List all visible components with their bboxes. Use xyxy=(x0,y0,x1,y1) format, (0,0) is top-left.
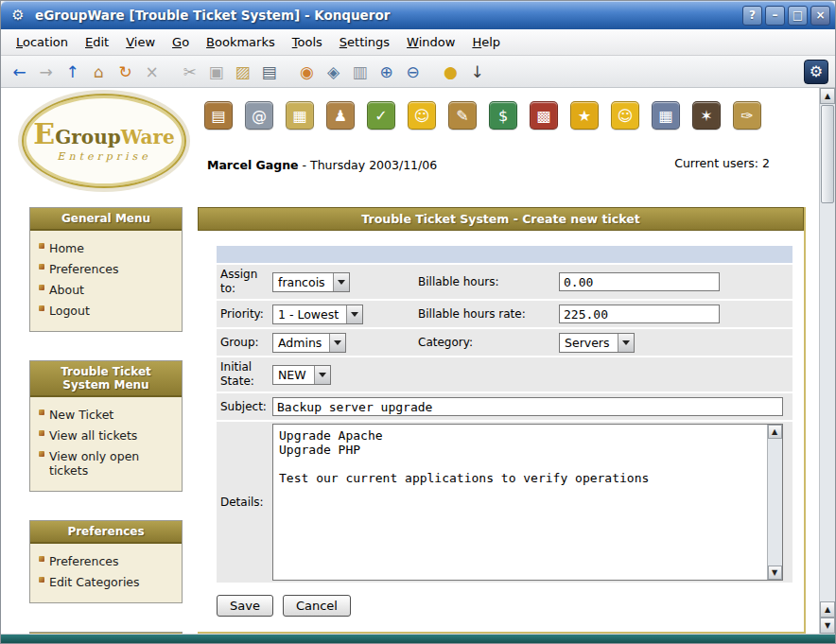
user-name: Marcel Gagne xyxy=(207,158,299,172)
scroll-down-icon[interactable]: ▼ xyxy=(768,566,782,580)
scrollbar-thumb[interactable] xyxy=(821,105,834,203)
smiley-icon[interactable]: ☺ xyxy=(408,101,436,130)
email-icon[interactable]: @ xyxy=(245,101,273,130)
menu-tools[interactable]: Tools xyxy=(285,31,330,53)
security-lock-icon[interactable]: ● xyxy=(439,60,462,83)
kde-gear-icon[interactable]: ⚙ xyxy=(804,60,828,84)
scroll-up-icon[interactable]: ▲ xyxy=(820,601,835,618)
sidebar-item-preferences-2[interactable]: Preferences xyxy=(39,550,173,571)
scroll-up-icon[interactable]: ▲ xyxy=(820,88,835,104)
administration-menu-title: Administration xyxy=(30,633,182,634)
assign-to-label: Assign to: xyxy=(217,265,268,299)
happy-face-icon[interactable]: ☺ xyxy=(611,101,639,130)
menu-help[interactable]: Help xyxy=(464,31,508,53)
sign-icon[interactable]: ✑ xyxy=(733,101,761,130)
scroll-down-icon[interactable]: ▼ xyxy=(820,618,835,634)
titlebar[interactable]: ⚙ eGroupWare [Trouble Ticket System] - K… xyxy=(1,1,835,29)
sidebar-item-preferences[interactable]: Preferences xyxy=(39,258,173,279)
calendar-icon[interactable]: ▦ xyxy=(286,101,314,130)
zoom-out-icon[interactable]: ⊖ xyxy=(401,60,425,83)
priority-value: 1 - Lowest xyxy=(273,305,346,323)
dropdown-button[interactable] xyxy=(333,273,349,291)
paste-icon[interactable]: ▨ xyxy=(231,60,254,83)
menu-edit[interactable]: Edit xyxy=(78,31,116,53)
stop-icon[interactable]: × xyxy=(140,60,164,83)
cancel-button[interactable]: Cancel xyxy=(283,595,351,617)
dropdown-button[interactable] xyxy=(314,366,330,384)
menu-location[interactable]: Location xyxy=(9,31,76,53)
contacts-icon[interactable]: ♟ xyxy=(326,101,355,130)
close-button[interactable]: × xyxy=(810,6,830,26)
initial-state-value: NEW xyxy=(273,366,314,384)
sidebar-item-logout[interactable]: Logout xyxy=(39,300,173,321)
finance-icon[interactable]: $ xyxy=(489,101,517,130)
forward-icon[interactable]: → xyxy=(34,60,58,83)
billable-hours-input[interactable] xyxy=(559,272,720,291)
cut-icon[interactable]: ✂ xyxy=(178,60,201,83)
form-row-priority: Priority: 1 - Lowest Billable hours rate… xyxy=(217,301,792,327)
sidebar-item-home[interactable]: Home xyxy=(39,237,173,258)
sidebar-item-edit-categories[interactable]: Edit Categories xyxy=(39,571,173,592)
fetch-icon[interactable]: ↓ xyxy=(465,60,489,83)
sidebar-item-view-open-tickets[interactable]: View only open tickets xyxy=(39,445,173,480)
form-row-initial-state: Initial State: NEW xyxy=(217,357,792,392)
menu-go[interactable]: Go xyxy=(165,31,197,53)
minimize-button[interactable]: – xyxy=(765,6,785,26)
menu-view[interactable]: View xyxy=(118,31,163,53)
assign-to-select[interactable]: francois xyxy=(272,272,350,292)
konqueror-window: ⚙ eGroupWare [Trouble Ticket System] - K… xyxy=(0,0,836,644)
priority-select[interactable]: 1 - Lowest xyxy=(272,305,363,324)
home-icon[interactable]: ⌂ xyxy=(87,60,111,83)
find-icon[interactable]: ◈ xyxy=(322,60,345,83)
bug-icon[interactable]: ✶ xyxy=(692,101,721,130)
dropdown-button[interactable] xyxy=(346,305,362,323)
bullet-icon xyxy=(39,305,44,311)
back-icon[interactable]: ← xyxy=(8,60,31,83)
zoom-in-icon[interactable]: ⊕ xyxy=(374,60,398,83)
sidebar-item-about[interactable]: About xyxy=(39,279,173,300)
textarea-scrollbar[interactable]: ▲ ▼ xyxy=(767,425,782,580)
menu-settings[interactable]: Settings xyxy=(332,31,397,53)
print-icon[interactable]: ▤ xyxy=(257,60,281,83)
up-icon[interactable]: ↑ xyxy=(61,60,84,83)
news-icon[interactable]: ▩ xyxy=(530,101,558,130)
company-icon[interactable]: ▦ xyxy=(652,101,680,130)
scrollbar-track[interactable] xyxy=(820,204,835,601)
page-title: Trouble Ticket System - Create new ticke… xyxy=(198,207,804,231)
sidebar-item-label: About xyxy=(49,283,84,297)
subject-input[interactable] xyxy=(272,397,783,416)
vertical-scrollbar[interactable]: ▲ ▲ ▼ xyxy=(819,88,835,634)
window-title: eGroupWare [Trouble Ticket System] - Kon… xyxy=(33,8,737,23)
todo-icon[interactable]: ✓ xyxy=(367,101,395,130)
group-select[interactable]: Admins xyxy=(272,333,346,353)
copy-icon[interactable]: ▣ xyxy=(204,60,228,83)
dropdown-button[interactable] xyxy=(329,334,345,352)
filing-cabinet-icon[interactable]: ▤ xyxy=(204,101,233,130)
current-users-count: Current users: 2 xyxy=(674,156,770,170)
logo-subtitle: Enterprise xyxy=(57,150,150,163)
reload-icon[interactable]: ↻ xyxy=(113,60,137,83)
initial-state-select[interactable]: NEW xyxy=(272,365,331,385)
help-button[interactable]: ? xyxy=(742,6,762,26)
category-select[interactable]: Servers xyxy=(559,333,635,353)
star-icon[interactable]: ★ xyxy=(570,101,599,130)
billable-rate-input[interactable] xyxy=(559,305,720,323)
menu-bookmarks[interactable]: Bookmarks xyxy=(199,31,283,53)
maximize-button[interactable]: □ xyxy=(788,6,808,26)
scroll-up-icon[interactable]: ▲ xyxy=(768,425,782,439)
logo-wordmark: EGroupWare xyxy=(33,120,174,148)
save-button[interactable]: Save xyxy=(217,595,273,617)
find-files-icon[interactable]: ◉ xyxy=(295,60,319,83)
window-controls: ? – □ × xyxy=(742,6,830,26)
subject-label: Subject: xyxy=(217,397,268,417)
preview-icon[interactable]: ▥ xyxy=(348,60,372,83)
details-textarea[interactable]: Upgrade Apache Upgrade PHP Test our curr… xyxy=(273,425,767,580)
sidebar-item-view-all-tickets[interactable]: View all tickets xyxy=(39,425,173,445)
dropdown-button[interactable] xyxy=(618,334,634,352)
sidebar-item-new-ticket[interactable]: New Ticket xyxy=(39,404,173,425)
menu-window[interactable]: Window xyxy=(399,31,462,53)
billable-hours-label: Billable hours: xyxy=(414,272,554,292)
preferences-menu-title: Preferences xyxy=(30,521,182,544)
egroupware-logo[interactable]: EGroupWare Enterprise xyxy=(22,94,186,188)
notes-icon[interactable]: ✎ xyxy=(448,101,477,130)
